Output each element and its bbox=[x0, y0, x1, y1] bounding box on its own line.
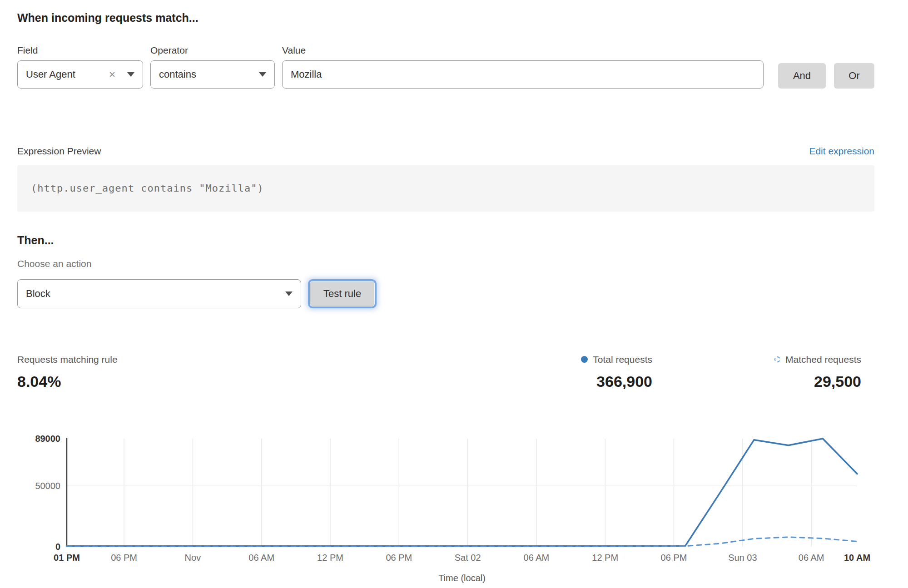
x-tick-label: Nov bbox=[185, 553, 201, 563]
field-selected-value: User Agent bbox=[26, 69, 109, 80]
field-select[interactable]: User Agent × bbox=[17, 60, 143, 89]
requests-matching-value: 8.04% bbox=[17, 372, 118, 390]
condition-row: Field User Agent × Operator contains Val… bbox=[17, 44, 874, 90]
total-requests-label: Total requests bbox=[593, 354, 652, 365]
match-heading: When incoming requests match... bbox=[17, 11, 874, 25]
and-or-group: And Or bbox=[778, 62, 874, 90]
test-rule-button[interactable]: Test rule bbox=[310, 282, 374, 306]
chevron-down-icon bbox=[127, 72, 134, 77]
x-tick-label: 06 PM bbox=[111, 553, 137, 563]
field-column: Field User Agent × bbox=[17, 44, 143, 89]
or-button[interactable]: Or bbox=[834, 63, 874, 89]
matched-requests-label: Matched requests bbox=[785, 354, 861, 365]
requests-chart: 8900050000001 PM06 PMNov06 AM12 PM06 PMS… bbox=[0, 430, 874, 588]
stat-matched-requests: Matched requests 29,500 bbox=[750, 354, 861, 390]
x-tick-label: 06 AM bbox=[799, 553, 824, 563]
total-requests-legend-dot-icon bbox=[581, 356, 588, 363]
edit-expression-link[interactable]: Edit expression bbox=[809, 146, 874, 157]
x-tick-label: 06 AM bbox=[248, 553, 274, 563]
value-column: Value bbox=[282, 44, 764, 89]
firewall-rule-builder-page: When incoming requests match... Field Us… bbox=[0, 0, 908, 588]
action-select[interactable]: Block bbox=[17, 279, 301, 308]
stats-row: Requests matching rule 8.04% Total reque… bbox=[17, 354, 874, 390]
chevron-down-icon bbox=[285, 292, 293, 296]
y-tick-label: 0 bbox=[55, 542, 60, 552]
x-tick-label: Sun 03 bbox=[728, 553, 757, 563]
x-tick-label: 10 AM bbox=[844, 553, 870, 563]
chevron-down-icon bbox=[259, 72, 266, 77]
x-tick-label: 06 PM bbox=[661, 553, 687, 563]
clear-field-icon[interactable]: × bbox=[109, 68, 115, 81]
value-input[interactable] bbox=[291, 61, 755, 88]
expression-header: Expression Preview Edit expression bbox=[17, 145, 874, 157]
y-tick-label: 50000 bbox=[35, 481, 60, 491]
operator-column: Operator contains bbox=[150, 44, 275, 89]
matched-requests-legend-ring-icon bbox=[774, 356, 780, 362]
matched-requests-value: 29,500 bbox=[750, 372, 861, 390]
x-tick-label: Sat 02 bbox=[455, 553, 481, 563]
expression-code: (http.user_agent contains "Mozilla") bbox=[31, 183, 264, 194]
then-heading: Then... bbox=[17, 233, 874, 247]
x-tick-label: 01 PM bbox=[54, 553, 80, 563]
x-axis-title: Time (local) bbox=[438, 573, 486, 583]
requests-matching-label: Requests matching rule bbox=[17, 354, 118, 365]
operator-select[interactable]: contains bbox=[150, 60, 275, 89]
x-tick-label: 06 PM bbox=[386, 553, 412, 563]
total-requests-value: 366,900 bbox=[561, 372, 652, 390]
and-button[interactable]: And bbox=[778, 63, 826, 89]
operator-selected-value: contains bbox=[159, 69, 259, 80]
x-tick-label: 12 PM bbox=[317, 553, 343, 563]
x-tick-label: 12 PM bbox=[592, 553, 618, 563]
value-field-wrap bbox=[282, 60, 764, 89]
expression-code-box: (http.user_agent contains "Mozilla") bbox=[17, 165, 874, 212]
total-requests-line bbox=[67, 439, 857, 546]
action-row: Block Test rule bbox=[17, 279, 874, 308]
field-label: Field bbox=[17, 44, 143, 56]
operator-label: Operator bbox=[150, 44, 275, 56]
stat-requests-matching: Requests matching rule 8.04% bbox=[17, 354, 118, 390]
stat-total-requests: Total requests 366,900 bbox=[561, 354, 652, 390]
matched-requests-line bbox=[67, 537, 857, 546]
x-tick-label: 06 AM bbox=[524, 553, 550, 563]
y-tick-label: 89000 bbox=[35, 434, 60, 444]
expression-preview-label: Expression Preview bbox=[17, 145, 101, 157]
action-selected-value: Block bbox=[26, 288, 285, 300]
value-label: Value bbox=[282, 44, 764, 56]
requests-chart-svg: 8900050000001 PM06 PMNov06 AM12 PM06 PMS… bbox=[0, 430, 908, 588]
choose-action-label: Choose an action bbox=[17, 258, 874, 269]
